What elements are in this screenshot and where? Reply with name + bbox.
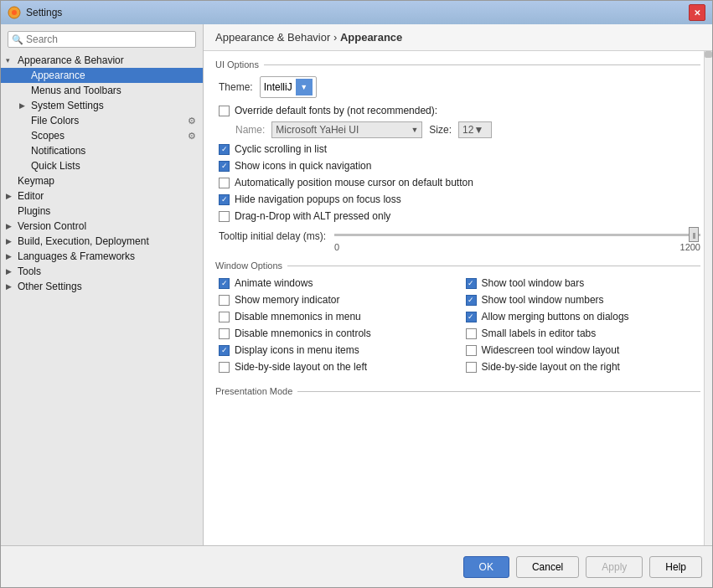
side-by-side-right-checkbox[interactable] xyxy=(466,362,477,373)
font-name-value: Microsoft YaHei UI xyxy=(276,124,359,136)
drag-drop-alt-checkbox[interactable] xyxy=(219,211,230,222)
sidebar-item-file-colors[interactable]: File Colors⚙ xyxy=(1,113,203,128)
widescreen-checkbox[interactable] xyxy=(466,345,477,356)
sidebar-item-notifications[interactable]: Notifications xyxy=(1,143,203,158)
sidebar-item-system-settings[interactable]: ▶System Settings xyxy=(1,98,203,113)
close-button[interactable]: ✕ xyxy=(689,4,705,21)
sidebar-item-appearance[interactable]: Appearance xyxy=(1,68,203,83)
show-tool-bars-label[interactable]: Show tool window bars xyxy=(482,277,585,289)
sidebar-item-languages-frameworks[interactable]: ▶Languages & Frameworks xyxy=(1,249,203,264)
sidebar-item-scopes[interactable]: Scopes⚙ xyxy=(1,128,203,143)
hide-nav-popups-label[interactable]: Hide navigation popups on focus loss xyxy=(235,193,401,205)
allow-merging-checkbox[interactable] xyxy=(466,312,477,322)
sidebar-item-menus-toolbars[interactable]: Menus and Toolbars xyxy=(1,83,203,98)
window-options-left: Animate windows Show memory indicator Di… xyxy=(215,277,454,378)
footer: OK Cancel Apply Help xyxy=(1,545,712,587)
cancel-button[interactable]: Cancel xyxy=(516,556,579,578)
widescreen-label[interactable]: Widescreen tool window layout xyxy=(482,344,620,356)
font-row: Name: Microsoft YaHei UI ▼ Size: 12 ▼ xyxy=(215,121,700,138)
side-by-side-left-checkbox[interactable] xyxy=(219,362,230,373)
search-input[interactable] xyxy=(26,34,192,45)
sidebar-item-other-settings[interactable]: ▶Other Settings xyxy=(1,279,203,294)
settings-content: UI Options Theme: IntelliJ ▼ Override de… xyxy=(204,51,712,545)
slider-track[interactable] xyxy=(334,227,700,242)
scrollbar-track[interactable] xyxy=(704,51,712,545)
sidebar-item-label: Plugins xyxy=(18,205,50,217)
animate-windows-label[interactable]: Animate windows xyxy=(235,277,313,289)
slider-line xyxy=(334,234,700,236)
sidebar-item-label: Notifications xyxy=(31,145,85,157)
sidebar-item-label: Other Settings xyxy=(18,281,82,292)
disable-mnemonics-controls-checkbox[interactable] xyxy=(219,328,230,339)
sidebar-item-label: Languages & Frameworks xyxy=(18,250,135,262)
sidebar: 🔍 ▾Appearance & BehaviorAppearanceMenus … xyxy=(1,24,204,545)
show-tool-bars-checkbox[interactable] xyxy=(466,278,477,289)
sidebar-item-build-exec-deploy[interactable]: ▶Build, Execution, Deployment xyxy=(1,234,203,249)
presentation-mode-section-title: Presentation Mode xyxy=(215,386,700,396)
apply-button[interactable]: Apply xyxy=(586,556,643,578)
scrollbar-thumb[interactable] xyxy=(705,51,712,58)
small-labels-label[interactable]: Small labels in editor tabs xyxy=(482,328,597,339)
show-icons-nav-checkbox[interactable] xyxy=(219,161,230,172)
theme-select[interactable]: IntelliJ ▼ xyxy=(260,76,317,98)
theme-value: IntelliJ xyxy=(264,81,292,93)
sidebar-item-appearance-behavior[interactable]: ▾Appearance & Behavior xyxy=(1,53,203,68)
sidebar-item-quick-lists[interactable]: Quick Lists xyxy=(1,158,203,173)
window-options-section-title: Window Options xyxy=(215,260,700,271)
slider-container: 0 1200 xyxy=(334,227,700,252)
window-options-grid: Animate windows Show memory indicator Di… xyxy=(215,277,700,378)
cyclic-scrolling-checkbox[interactable] xyxy=(219,144,230,155)
display-icons-menu-checkbox[interactable] xyxy=(219,345,230,356)
breadcrumb-parent: Appearance & Behavior xyxy=(215,31,330,44)
show-memory-label[interactable]: Show memory indicator xyxy=(235,294,339,306)
size-select[interactable]: 12 ▼ xyxy=(458,121,492,138)
search-icon: 🔍 xyxy=(12,34,23,45)
sidebar-item-version-control[interactable]: ▶Version Control xyxy=(1,219,203,234)
gear-icon: ⚙ xyxy=(188,116,196,126)
slider-thumb[interactable] xyxy=(689,227,699,242)
sidebar-item-keymap[interactable]: Keymap xyxy=(1,173,203,188)
show-tool-numbers-checkbox[interactable] xyxy=(466,295,477,306)
hide-nav-popups-row: Hide navigation popups on focus loss xyxy=(215,193,700,205)
help-button[interactable]: Help xyxy=(649,556,702,578)
show-icons-nav-label[interactable]: Show icons in quick navigation xyxy=(235,160,371,172)
disable-mnemonics-controls-label[interactable]: Disable mnemonics in controls xyxy=(235,328,371,339)
side-by-side-left-label[interactable]: Side-by-side layout on the left xyxy=(235,361,367,373)
sidebar-item-tools[interactable]: ▶Tools xyxy=(1,264,203,279)
override-fonts-label[interactable]: Override default fonts by (not recommend… xyxy=(235,105,437,116)
side-by-side-right-label[interactable]: Side-by-side layout on the right xyxy=(482,361,620,373)
animate-windows-checkbox[interactable] xyxy=(219,278,230,289)
show-tool-numbers-label[interactable]: Show tool window numbers xyxy=(482,294,604,306)
display-icons-menu-row: Display icons in menu items xyxy=(215,344,454,356)
title-bar: Settings ✕ xyxy=(1,1,712,24)
drag-drop-alt-label[interactable]: Drag-n-Drop with ALT pressed only xyxy=(235,210,390,222)
auto-position-mouse-label[interactable]: Automatically position mouse cursor on d… xyxy=(235,177,473,188)
sidebar-item-editor[interactable]: ▶Editor xyxy=(1,188,203,204)
breadcrumb-current: Appearance xyxy=(340,31,402,44)
disable-mnemonics-menu-label[interactable]: Disable mnemonics in menu xyxy=(235,311,361,322)
show-icons-nav-row: Show icons in quick navigation xyxy=(215,160,700,172)
arrow-icon: ▶ xyxy=(6,267,18,276)
sidebar-item-label: Menus and Toolbars xyxy=(31,85,121,96)
cyclic-scrolling-label[interactable]: Cyclic scrolling in list xyxy=(235,143,327,155)
main-panel: Appearance & Behavior › Appearance UI Op… xyxy=(204,24,712,545)
font-name-select[interactable]: Microsoft YaHei UI ▼ xyxy=(271,121,422,138)
arrow-icon: ▶ xyxy=(6,222,18,230)
override-fonts-row: Override default fonts by (not recommend… xyxy=(215,105,700,116)
show-memory-checkbox[interactable] xyxy=(219,295,230,306)
override-fonts-checkbox[interactable] xyxy=(219,106,230,116)
disable-mnemonics-controls-row: Disable mnemonics in controls xyxy=(215,328,454,339)
window-options-right: Show tool window bars Show tool window n… xyxy=(462,277,701,378)
ok-button[interactable]: OK xyxy=(463,556,509,578)
theme-dropdown-button[interactable]: ▼ xyxy=(296,79,313,95)
sidebar-item-plugins[interactable]: Plugins xyxy=(1,204,203,219)
app-icon xyxy=(8,6,21,19)
sidebar-item-label: File Colors xyxy=(31,115,79,126)
allow-merging-label[interactable]: Allow merging buttons on dialogs xyxy=(482,311,629,322)
hide-nav-popups-checkbox[interactable] xyxy=(219,194,230,205)
display-icons-menu-label[interactable]: Display icons in menu items xyxy=(235,344,359,356)
auto-position-mouse-checkbox[interactable] xyxy=(219,178,230,188)
disable-mnemonics-menu-checkbox[interactable] xyxy=(219,312,230,322)
small-labels-checkbox[interactable] xyxy=(466,328,477,339)
gear-icon: ⚙ xyxy=(188,131,196,142)
